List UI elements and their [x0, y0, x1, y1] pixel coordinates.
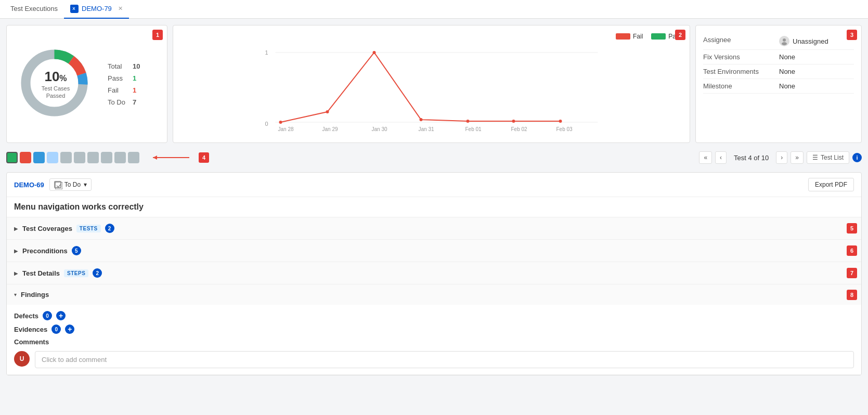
dots-nav-row: 4 « ‹ Test 4 of 10 › » ☰ Test List i: [6, 148, 862, 167]
add-evidence-button[interactable]: +: [65, 325, 74, 334]
annotation-6: 6: [847, 245, 857, 256]
list-icon: ☰: [812, 154, 818, 161]
chart-legend: Fail Pass: [180, 33, 682, 40]
chevron-icon-preconditions: ▶: [14, 248, 18, 254]
evidences-label: Evidences: [14, 326, 47, 333]
demo-tab-icon: X: [70, 5, 79, 13]
panel-chart: Fail Pass 1 0 Jan 28 Jan 29 Jan 30: [173, 25, 690, 143]
assignee-icon: [779, 36, 789, 46]
panel-donut: 10% Test Cases Passed Total 10 Pass 1 Fa…: [6, 25, 167, 143]
status-icon: [54, 181, 61, 188]
test-case-title: Menu navigation works correctly: [7, 197, 861, 217]
annotation-7: 7: [847, 268, 857, 278]
legend-fail: Fail: [616, 33, 643, 40]
donut-percent-value: 10%: [35, 69, 76, 85]
preconditions-header[interactable]: ▶ Preconditions 5 6: [7, 240, 861, 262]
dot-6[interactable]: [87, 152, 99, 163]
comments-row: Comments: [14, 338, 854, 346]
dot-8[interactable]: [114, 152, 126, 163]
svg-rect-30: [55, 182, 62, 189]
dropdown-chevron: ▾: [84, 181, 87, 188]
section-findings: ▾ Findings 8 Defects 0 + Evidences 0 + C…: [7, 284, 861, 375]
svg-point-26: [783, 38, 786, 42]
dot-2[interactable]: [33, 152, 45, 163]
demo-69-link[interactable]: DEMO-69: [14, 181, 44, 189]
tab-close-button[interactable]: ✕: [118, 5, 123, 12]
dot-0[interactable]: [6, 152, 18, 163]
findings-header[interactable]: ▾ Findings 8: [7, 284, 861, 305]
nav-controls: « ‹ Test 4 of 10 › » ☰ Test List i: [699, 151, 862, 164]
annotation-8: 8: [847, 290, 857, 300]
main-content: 10% Test Cases Passed Total 10 Pass 1 Fa…: [0, 19, 868, 415]
details-count: 2: [93, 268, 102, 278]
svg-point-22: [467, 120, 470, 123]
tab-test-executions[interactable]: Test Executions: [4, 0, 64, 19]
coverages-count: 2: [105, 224, 114, 233]
nav-next-button[interactable]: ›: [776, 151, 787, 164]
dot-9[interactable]: [128, 152, 139, 163]
tab-bar: Test Executions X DEMO-79 ✕: [0, 0, 868, 19]
dot-1[interactable]: [20, 152, 31, 163]
arrow-indicator: 4: [148, 152, 209, 163]
nav-last-button[interactable]: »: [791, 151, 804, 164]
stat-todo: To Do 7: [108, 98, 140, 106]
dot-5[interactable]: [74, 152, 85, 163]
chevron-icon-findings: ▾: [14, 292, 17, 297]
top-panels: 10% Test Cases Passed Total 10 Pass 1 Fa…: [6, 25, 862, 143]
comment-input[interactable]: Click to add comment: [35, 351, 854, 368]
add-defect-button[interactable]: +: [56, 311, 66, 320]
status-dropdown[interactable]: To Do ▾: [49, 178, 92, 191]
svg-text:1: 1: [265, 49, 268, 56]
detail-assignee: Assignee Unassigned: [703, 33, 854, 50]
section-test-details: ▶ Test Details STEPS 2 7: [7, 262, 861, 284]
nav-test-list-button[interactable]: ☰ Test List: [807, 151, 849, 164]
svg-text:Feb 01: Feb 01: [465, 126, 482, 132]
defects-row: Defects 0 +: [14, 311, 854, 320]
legend-fail-label: Fail: [633, 33, 643, 40]
donut-chart: 10% Test Cases Passed: [14, 43, 97, 126]
findings-title: Findings: [21, 291, 49, 299]
svg-text:Jan 30: Jan 30: [372, 126, 387, 132]
annotation-5: 5: [847, 223, 857, 234]
dot-7[interactable]: [101, 152, 112, 163]
chevron-icon-coverages: ▶: [14, 226, 18, 231]
detail-fix-versions: Fix Versions None: [703, 50, 854, 64]
svg-text:Jan 28: Jan 28: [278, 126, 294, 132]
milestone-value: None: [779, 82, 795, 90]
evidences-row: Evidences 0 +: [14, 325, 854, 334]
tests-tag: TESTS: [76, 225, 101, 232]
dot-4[interactable]: [60, 152, 72, 163]
test-details-title: Test Details: [22, 269, 60, 277]
defects-count: 0: [43, 311, 52, 320]
tab-demo-79-label: DEMO-79: [82, 5, 112, 12]
legend-pass-color: [651, 33, 666, 40]
svg-text:Jan 31: Jan 31: [419, 126, 434, 132]
dot-3[interactable]: [47, 152, 58, 163]
annotation-3: 3: [847, 30, 857, 40]
nav-list-label: Test List: [821, 154, 844, 161]
info-button[interactable]: i: [852, 153, 862, 162]
test-environments-value: None: [779, 68, 795, 75]
svg-text:X: X: [72, 6, 75, 11]
svg-marker-29: [153, 155, 157, 160]
assignee-value: Unassigned: [793, 37, 828, 45]
user-avatar: U: [14, 351, 30, 367]
svg-text:Feb 02: Feb 02: [511, 126, 528, 132]
annotation-4: 4: [199, 152, 209, 163]
svg-point-19: [326, 110, 329, 113]
test-coverages-header[interactable]: ▶ Test Coverages TESTS 2 5: [7, 217, 861, 239]
svg-point-21: [420, 118, 423, 121]
svg-point-20: [373, 51, 376, 54]
panel-details: Assignee Unassigned Fix Versions None Te…: [695, 25, 862, 143]
donut-subtitle: Test Cases Passed: [35, 85, 76, 100]
test-details-header[interactable]: ▶ Test Details STEPS 2 7: [7, 262, 861, 284]
export-pdf-button[interactable]: Export PDF: [808, 178, 854, 191]
defects-label: Defects: [14, 312, 38, 320]
nav-first-button[interactable]: «: [699, 151, 712, 164]
tab-demo-79[interactable]: X DEMO-79 ✕: [64, 0, 129, 19]
comment-area: U Click to add comment: [14, 351, 854, 368]
chevron-icon-details: ▶: [14, 270, 18, 276]
nav-prev-button[interactable]: ‹: [715, 151, 727, 164]
donut-center: 10% Test Cases Passed: [35, 69, 76, 100]
test-case-header: DEMO-69 To Do ▾ Export PDF: [7, 173, 861, 197]
